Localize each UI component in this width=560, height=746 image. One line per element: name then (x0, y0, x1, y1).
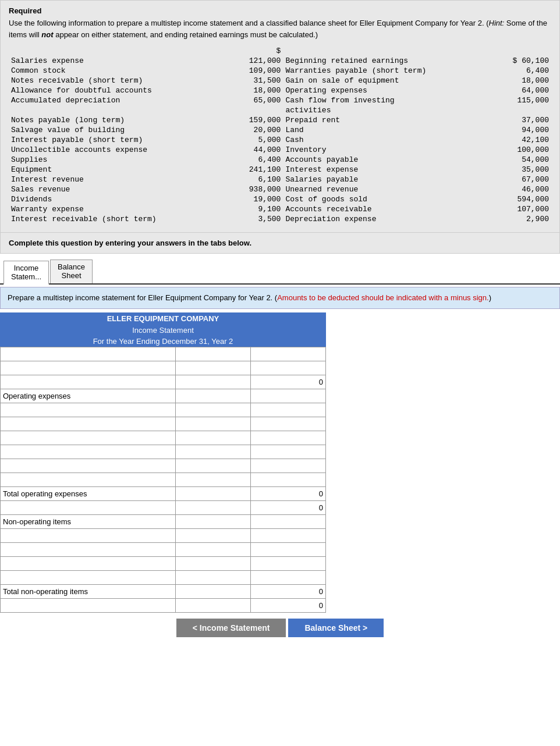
row2-col1-input[interactable] (178, 364, 248, 372)
op-row6-label (1, 473, 176, 486)
non-op-row3-col1 (176, 556, 251, 570)
op-row1-col2 (251, 403, 326, 417)
row1-col2-input[interactable] (253, 350, 323, 358)
op-row3-label-input[interactable] (3, 434, 173, 442)
op-row6-col2-input[interactable] (253, 475, 323, 484)
row3-col1-input[interactable] (178, 378, 248, 386)
op-row5-col2-input[interactable] (253, 461, 323, 470)
table-row (1, 361, 326, 375)
table-row: Total non-operating items (1, 584, 326, 598)
tab-balance[interactable]: Balance Sheet (50, 260, 93, 283)
right-item-2-value: 6,400 (486, 66, 551, 76)
final-col2-input[interactable] (253, 601, 323, 610)
total-non-op-col1 (176, 584, 251, 598)
non-op-row2-col1-input[interactable] (178, 545, 248, 554)
left-item-4-value: 18,000 (218, 86, 283, 95)
row1-label (1, 347, 176, 361)
op-row6-label-input[interactable] (3, 475, 173, 484)
non-op-row2-label-input[interactable] (3, 545, 173, 554)
final-label-input[interactable] (3, 601, 173, 610)
non-op-row3-label-input[interactable] (3, 559, 173, 568)
op-row2-col1 (176, 417, 251, 431)
right-item-3-label: Gain on sale of equipment (283, 76, 486, 86)
total-op-col1-input[interactable] (178, 489, 248, 498)
left-item-10-value: 6,400 (218, 155, 283, 165)
tab-income[interactable]: Income Statem... (3, 261, 49, 285)
left-item-1-label: Salaries expense (9, 56, 218, 66)
op-row2-col1-input[interactable] (178, 420, 248, 428)
table-row: Non-operating items (1, 514, 326, 528)
right-item-8-label: Cash (283, 135, 486, 145)
table-row (1, 445, 326, 459)
op-row2-col2-input[interactable] (253, 420, 323, 428)
op-row4-label-input[interactable] (3, 447, 173, 456)
operating-expenses-label: Operating expenses (1, 389, 176, 403)
table-row (1, 459, 326, 473)
final-col1-input[interactable] (178, 601, 248, 610)
op-row3-col2-input[interactable] (253, 434, 323, 442)
right-item-6-value: 37,000 (486, 115, 551, 125)
op-row4-col1-input[interactable] (178, 447, 248, 456)
op-row2-label-input[interactable] (3, 420, 173, 428)
final-label (1, 598, 176, 612)
row2-col2-input[interactable] (253, 364, 323, 372)
op-row3-col1-input[interactable] (178, 434, 248, 442)
left-item-2-value: 109,000 (218, 66, 283, 76)
op-exp-col1-input[interactable] (178, 392, 248, 400)
non-op-col1-input[interactable] (178, 517, 248, 526)
subtotal-col2-input[interactable] (253, 503, 323, 512)
total-non-op-col2-input[interactable] (253, 587, 323, 596)
total-op-col2-input[interactable] (253, 489, 323, 498)
prev-button[interactable]: < Income Statement (176, 619, 286, 637)
table-row: Total operating expenses (1, 486, 326, 500)
non-op-row3-col1-input[interactable] (178, 559, 248, 568)
non-op-row4-label-input[interactable] (3, 573, 173, 582)
row1-col1-input[interactable] (178, 350, 248, 358)
non-op-row1-col1 (176, 528, 251, 542)
op-row1-label-input[interactable] (3, 406, 173, 414)
subtotal-label (1, 500, 176, 514)
non-op-row1-label-input[interactable] (3, 531, 173, 540)
non-op-row1-col2-input[interactable] (253, 531, 323, 540)
row1-label-input[interactable] (3, 350, 173, 358)
non-op-row4-col2-input[interactable] (253, 573, 323, 582)
non-op-row2-col2-input[interactable] (253, 545, 323, 554)
right-item-1-label: Beginning retained earnings (283, 56, 486, 66)
op-row6-col1-input[interactable] (178, 475, 248, 484)
op-exp-col2-input[interactable] (253, 392, 323, 400)
tab-balance-line2: Sheet (58, 271, 85, 280)
non-op-col2-input[interactable] (253, 517, 323, 526)
op-row1-col2-input[interactable] (253, 406, 323, 414)
left-item-15-value: 9,100 (218, 204, 283, 214)
right-item-16-label: Depreciation expense (283, 214, 486, 224)
non-op-row3-col2-input[interactable] (253, 559, 323, 568)
right-item-8-value: 42,100 (486, 135, 551, 145)
subtotal-col1-input[interactable] (178, 503, 248, 512)
row3-col2-input[interactable] (253, 378, 323, 386)
table-row (1, 347, 326, 361)
non-op-row1-col1-input[interactable] (178, 531, 248, 540)
subtotal-label-input[interactable] (3, 503, 173, 512)
total-non-op-col1-input[interactable] (178, 587, 248, 596)
right-item-12-label: Salaries payable (283, 175, 486, 184)
right-item-5-label: Cash flow from investing (283, 95, 486, 105)
right-item-9-value: 100,000 (486, 145, 551, 155)
right-item-7-value: 94,000 (486, 125, 551, 135)
op-row5-label-input[interactable] (3, 461, 173, 470)
bottom-nav: < Income Statement Balance Sheet > (0, 619, 560, 643)
next-button[interactable]: Balance Sheet > (288, 619, 384, 637)
right-item-4-value: 64,000 (486, 86, 551, 95)
right-item-11-value: 35,000 (486, 165, 551, 175)
op-row4-col2-input[interactable] (253, 447, 323, 456)
row2-label-input[interactable] (3, 364, 173, 372)
non-op-row4-col1-input[interactable] (178, 573, 248, 582)
op-row5-col1-input[interactable] (178, 461, 248, 470)
right-item-2-label: Warranties payable (short term) (283, 66, 486, 76)
row3-label-input[interactable] (3, 378, 173, 386)
table-row (1, 375, 326, 389)
right-item-12-value: 67,000 (486, 175, 551, 184)
op-row1-col1-input[interactable] (178, 406, 248, 414)
table-row (1, 500, 326, 514)
total-op-col1 (176, 486, 251, 500)
table-row (1, 473, 326, 486)
